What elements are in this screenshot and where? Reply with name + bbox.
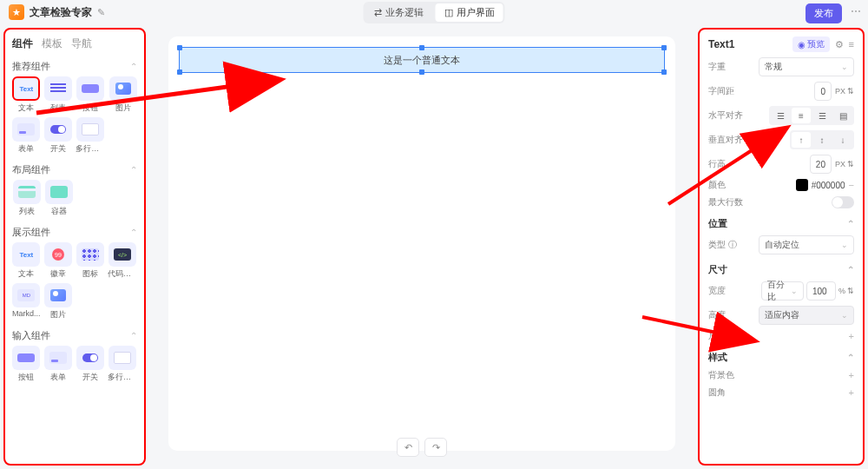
comp-multiline[interactable]: 多行输... bbox=[76, 117, 105, 155]
comp-container[interactable]: 容器 bbox=[44, 180, 73, 217]
resize-handle-s[interactable] bbox=[419, 69, 424, 75]
add-size-limit-button[interactable]: + bbox=[849, 331, 854, 341]
add-bg-button[interactable]: + bbox=[849, 370, 854, 380]
comp-chart[interactable]: 图标 bbox=[76, 242, 104, 280]
table-icon bbox=[18, 186, 36, 198]
font-weight-select[interactable]: 常规⌄ bbox=[759, 57, 854, 76]
canvas[interactable]: 这是一个普通文本 bbox=[168, 36, 675, 451]
align-left-button[interactable]: ☰ bbox=[771, 108, 790, 123]
tab-logic[interactable]: ⇄业务逻辑 bbox=[365, 3, 432, 22]
valign-bottom-button[interactable]: ↓ bbox=[833, 132, 852, 148]
menu-icon[interactable]: ≡ bbox=[849, 39, 854, 50]
redo-button[interactable]: ↷ bbox=[424, 438, 447, 457]
resize-handle-n[interactable] bbox=[419, 45, 424, 50]
left-tab-nav[interactable]: 导航 bbox=[71, 36, 92, 51]
comp-inp-form[interactable]: 表单 bbox=[44, 346, 73, 383]
comp-form[interactable]: 表单 bbox=[12, 117, 41, 155]
align-right-button[interactable]: ☰ bbox=[812, 108, 832, 123]
height-label: 高度 bbox=[708, 309, 726, 321]
comp-inp-button[interactable]: 按钮 bbox=[12, 346, 41, 383]
left-tab-templates[interactable]: 模板 bbox=[42, 36, 62, 51]
preview-button[interactable]: ◉ 预览 bbox=[792, 36, 830, 52]
letter-spacing-input[interactable]: 0 bbox=[814, 82, 832, 101]
component-panel: 组件 模板 导航 推荐组件⌃ Text文本 列表 按钮 图片 表单 开关 多行输… bbox=[3, 28, 146, 466]
halign-group: ☰ ≡ ☰ ▤ bbox=[769, 106, 854, 125]
section-position-label: 位置 bbox=[708, 217, 727, 230]
image-icon bbox=[50, 289, 66, 301]
font-weight-value: 常规 bbox=[765, 61, 782, 73]
edit-title-icon[interactable]: ✎ bbox=[97, 7, 105, 18]
stepper-icon[interactable]: ⇅ bbox=[847, 87, 854, 96]
comp-switch[interactable]: 开关 bbox=[44, 117, 73, 155]
color-swatch[interactable] bbox=[796, 179, 808, 191]
multiline-icon bbox=[114, 352, 131, 364]
comp-disp-image[interactable]: 图片 bbox=[44, 283, 73, 320]
comp-chart-label: 图标 bbox=[82, 268, 98, 280]
comp-list[interactable]: 列表 bbox=[44, 76, 73, 114]
comp-form-label: 表单 bbox=[18, 143, 34, 155]
align-center-button[interactable]: ≡ bbox=[792, 108, 811, 123]
stepper-icon[interactable]: ⇅ bbox=[847, 287, 854, 295]
comp-badge-label: 徽章 bbox=[50, 268, 66, 280]
add-radius-button[interactable]: + bbox=[849, 387, 854, 398]
remove-color-button[interactable]: − bbox=[849, 180, 854, 190]
chevron-down-icon[interactable]: ⌃ bbox=[130, 62, 137, 71]
preview-label: 预览 bbox=[807, 38, 825, 50]
gear-icon[interactable]: ⚙ bbox=[835, 39, 844, 50]
publish-button[interactable]: 发布 bbox=[806, 3, 842, 23]
button-icon bbox=[17, 353, 35, 362]
resize-handle-nw[interactable] bbox=[177, 45, 182, 50]
form-icon bbox=[49, 352, 67, 364]
width-input[interactable]: 100 bbox=[806, 281, 836, 301]
align-justify-button[interactable]: ▤ bbox=[833, 108, 852, 123]
width-unit: % bbox=[838, 287, 845, 295]
height-select[interactable]: 适应内容⌄ bbox=[759, 306, 854, 325]
type-label: 类型 ⓘ bbox=[708, 239, 737, 251]
chevron-down-icon[interactable]: ⌃ bbox=[847, 219, 854, 228]
left-tab-components[interactable]: 组件 bbox=[12, 36, 33, 51]
properties-panel: Text1 ◉ 预览 ⚙ ≡ 字重 常规⌄ 字间距 0 PX ⇅ 水平对齐 ☰ … bbox=[698, 28, 865, 466]
resize-handle-sw[interactable] bbox=[177, 69, 182, 75]
comp-disp-text[interactable]: Text文本 bbox=[12, 242, 41, 280]
chevron-down-icon[interactable]: ⌃ bbox=[847, 353, 854, 362]
comp-button[interactable]: 按钮 bbox=[76, 76, 105, 114]
width-mode-select[interactable]: 百分比⌄ bbox=[761, 281, 804, 301]
valign-middle-button[interactable]: ↕ bbox=[812, 132, 832, 148]
comp-badge[interactable]: 99徽章 bbox=[44, 242, 73, 280]
line-height-input[interactable]: 20 bbox=[810, 155, 832, 174]
list-icon bbox=[50, 83, 66, 94]
position-type-select[interactable]: 自动定位⌄ bbox=[759, 235, 854, 254]
valign-top-button[interactable]: ↑ bbox=[792, 132, 811, 148]
width-mode-value: 百分比 bbox=[767, 279, 791, 303]
stepper-icon[interactable]: ⇅ bbox=[847, 160, 854, 168]
comp-code-label: 代码展... bbox=[108, 268, 137, 280]
chevron-down-icon[interactable]: ⌃ bbox=[847, 265, 854, 274]
switch-icon bbox=[82, 353, 98, 362]
canvas-area[interactable]: 这是一个普通文本 ↶ ↷ bbox=[149, 24, 694, 469]
comp-markdown[interactable]: MDMarkd... bbox=[12, 283, 41, 320]
comp-image[interactable]: 图片 bbox=[108, 76, 137, 114]
app-title: 文章检验专家 bbox=[30, 5, 92, 20]
comp-code[interactable]: </>代码展... bbox=[108, 242, 137, 280]
resize-handle-se[interactable] bbox=[661, 69, 667, 75]
tab-ui[interactable]: ◫用户界面 bbox=[436, 3, 503, 22]
rad-label: 圆角 bbox=[708, 386, 726, 399]
chevron-down-icon[interactable]: ⌃ bbox=[130, 331, 137, 340]
section-style-label: 样式 bbox=[708, 351, 727, 364]
resize-handle-ne[interactable] bbox=[661, 45, 667, 50]
text-icon: Text bbox=[19, 251, 33, 259]
chevron-down-icon[interactable]: ⌃ bbox=[130, 165, 137, 175]
more-button[interactable]: ⋯ bbox=[851, 5, 861, 17]
comp-layout-list-label: 列表 bbox=[19, 206, 35, 217]
comp-inp-switch[interactable]: 开关 bbox=[76, 346, 104, 383]
comp-inp-button-label: 按钮 bbox=[18, 372, 34, 383]
undo-button[interactable]: ↶ bbox=[397, 438, 419, 457]
max-lines-toggle[interactable] bbox=[832, 196, 854, 208]
color-value: #000000 bbox=[812, 181, 845, 190]
comp-text[interactable]: Text文本 bbox=[12, 76, 41, 114]
text-widget-selected[interactable]: 这是一个普通文本 bbox=[179, 47, 665, 73]
comp-layout-list[interactable]: 列表 bbox=[12, 180, 41, 217]
comp-switch-label: 开关 bbox=[50, 143, 66, 155]
comp-inp-multiline[interactable]: 多行输... bbox=[108, 346, 137, 383]
chevron-down-icon[interactable]: ⌃ bbox=[130, 228, 137, 237]
